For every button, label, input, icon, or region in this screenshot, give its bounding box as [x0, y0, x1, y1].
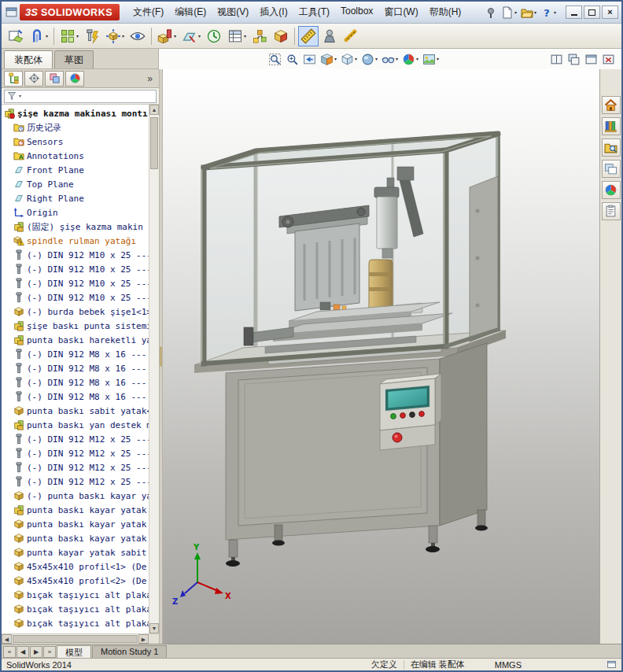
- status-pane-icon[interactable]: [606, 659, 617, 670]
- move-component-button[interactable]: ▾: [103, 26, 127, 46]
- scroll-up-button[interactable]: ▲: [149, 105, 159, 115]
- zoom-to-fit-button[interactable]: [267, 51, 283, 68]
- reference-geometry-button[interactable]: ▾: [179, 26, 203, 46]
- measure-button[interactable]: [298, 26, 319, 46]
- close-button[interactable]: ×: [602, 6, 618, 19]
- tab-assembly[interactable]: 装配体: [4, 50, 53, 68]
- tile-vertical-button[interactable]: [566, 51, 582, 68]
- minimize-button[interactable]: [566, 6, 582, 19]
- scroll-track[interactable]: [149, 115, 159, 623]
- close-view-button[interactable]: [600, 51, 617, 68]
- tree-item[interactable]: (固定) şişe kazma makin: [2, 220, 149, 234]
- graphics-viewport[interactable]: Y X Z: [163, 69, 599, 644]
- tree-item[interactable]: (-) DIN 912 M8 x 16 ---: [2, 347, 149, 361]
- tree-item[interactable]: bıçak taşıyıcı alt plaka y: [2, 588, 149, 602]
- tree-item[interactable]: Top Plane: [2, 177, 149, 191]
- tab-model[interactable]: 模型: [57, 645, 91, 658]
- configurationmanager-tab-button[interactable]: [45, 71, 64, 87]
- mate-button[interactable]: ▾: [27, 26, 50, 46]
- tree-filter-input[interactable]: ▾: [4, 90, 157, 103]
- smart-fasteners-button[interactable]: [82, 26, 102, 46]
- tree-item[interactable]: bıçak taşıyıcı alt plaka y: [2, 602, 149, 616]
- tree-item[interactable]: (-) DIN 912 M8 x 16 ---: [2, 361, 149, 375]
- design-library-button[interactable]: [602, 117, 621, 135]
- new-document-button[interactable]: ▾: [500, 5, 518, 20]
- tree-item[interactable]: Origin: [2, 205, 149, 220]
- splitter-handle[interactable]: [160, 346, 162, 367]
- tree-item[interactable]: (-) DIN 912 M12 x 25 ---: [2, 474, 149, 489]
- tab-sketch[interactable]: 草图: [54, 50, 94, 68]
- view-palette-button[interactable]: [602, 160, 621, 178]
- machine-3d-model[interactable]: Y X Z: [163, 69, 599, 644]
- view-orientation-button[interactable]: ▾: [339, 51, 359, 68]
- tree-item[interactable]: (-) DIN 912 M8 x 16 ---: [2, 375, 149, 390]
- insert-components-button[interactable]: [6, 26, 26, 46]
- tree-item[interactable]: Front Plane: [2, 163, 149, 177]
- appearances-scenes-button[interactable]: [602, 181, 621, 199]
- assembly-features-button[interactable]: ▾: [155, 26, 179, 46]
- tab-nav-button[interactable]: «: [3, 646, 16, 658]
- maximize-view-button[interactable]: [583, 51, 599, 68]
- tree-item[interactable]: (-) DIN 912 M10 x 25 ---: [2, 248, 149, 262]
- apply-scene-button[interactable]: ▾: [421, 51, 441, 68]
- help-button[interactable]: ▾: [539, 5, 558, 20]
- pin-button[interactable]: [483, 5, 499, 20]
- tree-item[interactable]: (-) DIN 912 M12 x 25 ---: [2, 446, 149, 460]
- exploded-view-button[interactable]: [249, 26, 270, 46]
- solidworks-resources-button[interactable]: [602, 96, 621, 114]
- hide-show-items-button[interactable]: ▾: [380, 51, 400, 68]
- menu-item[interactable]: 视图(V): [212, 2, 254, 22]
- tree-item[interactable]: punta baskı hareketli ya: [2, 333, 149, 347]
- show-hidden-components-button[interactable]: [127, 26, 148, 46]
- menu-item[interactable]: 工具(T): [293, 2, 335, 22]
- tree-item[interactable]: punta baskı kayar yatak: [2, 503, 149, 517]
- tree-item[interactable]: (-) DIN 912 M10 x 25 ---: [2, 290, 149, 305]
- menu-item[interactable]: 帮助(H): [424, 2, 467, 22]
- maximize-button[interactable]: [584, 6, 600, 19]
- panel-overflow-chevron[interactable]: »: [143, 73, 157, 84]
- tab-motion-study[interactable]: Motion Study 1: [92, 645, 167, 658]
- menu-item[interactable]: 窗口(W): [378, 2, 423, 22]
- bill-of-materials-button[interactable]: ▾: [225, 26, 249, 46]
- tree-item[interactable]: punta baskı yan destek m: [2, 418, 149, 432]
- interference-detection-button[interactable]: [271, 26, 291, 46]
- tree-item[interactable]: şişe baskı punta sistemi: [2, 319, 149, 333]
- tab-nav-button[interactable]: ◀: [17, 646, 29, 658]
- tree-item[interactable]: 45x45x410 profil<2> (De: [2, 574, 149, 588]
- tree-item[interactable]: punta kayar yatak sabit: [2, 545, 149, 559]
- tree-item[interactable]: punta baskı kayar yatak: [2, 531, 149, 545]
- tree-item[interactable]: (-) punta baskı kayar ya: [2, 489, 149, 503]
- tree-item[interactable]: punta baskı kayar yatak: [2, 517, 149, 531]
- open-document-button[interactable]: ▾: [519, 5, 538, 20]
- featuremanager-tab-button[interactable]: [4, 71, 23, 87]
- tree-horizontal-scrollbar[interactable]: ◀ ▶: [2, 633, 159, 644]
- scroll-left-button[interactable]: ◀: [2, 634, 12, 644]
- scroll-right-button[interactable]: ▶: [138, 634, 149, 644]
- tree-item[interactable]: Annotations: [2, 149, 149, 163]
- mass-properties-button[interactable]: [319, 26, 340, 46]
- tree-item[interactable]: spindle rulman yatağı: [2, 234, 149, 248]
- tree-item[interactable]: bıçak taşıyıcı alt plaka y: [2, 616, 149, 630]
- tree-item[interactable]: Right Plane: [2, 191, 149, 205]
- tree-item[interactable]: (-) DIN 912 M12 x 25 ---: [2, 432, 149, 446]
- displaymanager-tab-button[interactable]: [65, 71, 84, 87]
- scroll-thumb[interactable]: [150, 117, 158, 169]
- tree-item[interactable]: (-) DIN 912 M8 x 16 ---: [2, 390, 149, 404]
- previous-view-button[interactable]: [301, 51, 318, 68]
- tile-horizontal-button[interactable]: [548, 51, 565, 68]
- tree-item[interactable]: 历史记录: [2, 120, 149, 135]
- tree-item[interactable]: (-) DIN 912 M12 x 25 ---: [2, 460, 149, 474]
- menu-item[interactable]: Toolbox: [335, 2, 378, 22]
- tree-item[interactable]: şişe kazma makinası montı: [2, 106, 149, 120]
- instant-3d-button[interactable]: [341, 26, 361, 46]
- custom-properties-button[interactable]: [602, 202, 621, 220]
- tree-item[interactable]: 45x45x410 profil<1> (De: [2, 559, 149, 574]
- tree-item[interactable]: (-) burda bebek şişe1<1>: [2, 305, 149, 319]
- tree-item[interactable]: (-) DIN 912 M10 x 25 ---: [2, 262, 149, 276]
- propertymanager-tab-button[interactable]: [24, 71, 43, 87]
- section-view-button[interactable]: ▾: [319, 51, 338, 68]
- new-motion-study-button[interactable]: [204, 26, 224, 46]
- linear-component-pattern-button[interactable]: ▾: [57, 26, 81, 46]
- tab-nav-button[interactable]: »: [43, 646, 56, 658]
- file-explorer-button[interactable]: [602, 138, 621, 157]
